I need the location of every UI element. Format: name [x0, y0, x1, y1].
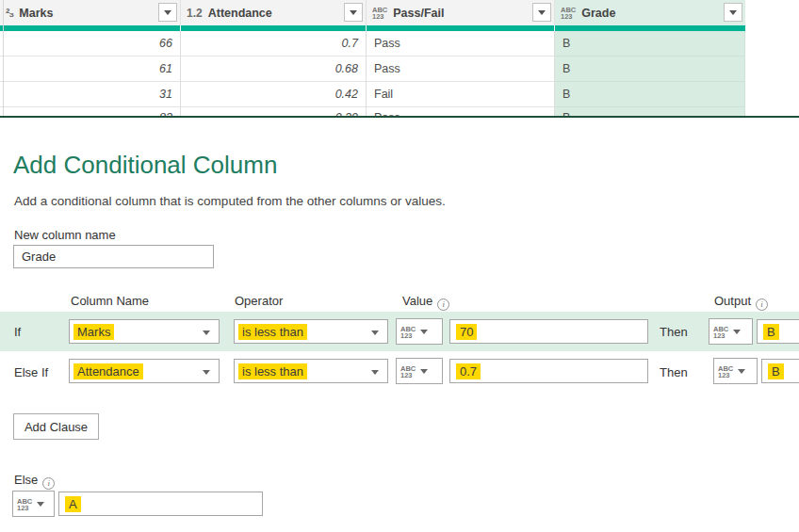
filter-dropdown-button[interactable] [344, 3, 363, 22]
cell-attendance[interactable]: 0.42 [181, 82, 367, 107]
cell-attendance[interactable]: 0.68 [181, 56, 367, 82]
column-header-label: Grade [581, 7, 615, 20]
new-column-name-label: New column name [14, 228, 116, 242]
grid-header-operator: Operator [235, 294, 283, 308]
cell-marks[interactable]: 83 [0, 107, 181, 116]
chevron-down-icon [538, 10, 546, 15]
any-type-icon: ABC123 [17, 498, 32, 511]
if-value-type-dropdown[interactable]: ABC123 [396, 318, 443, 345]
filter-dropdown-button[interactable] [724, 3, 742, 22]
if-output-input[interactable]: B [757, 319, 799, 344]
info-icon[interactable]: i [437, 298, 449, 311]
elseif-value-type-dropdown[interactable]: ABC123 [396, 358, 443, 384]
add-conditional-column-screen: ²₃ Marks 1.2 Attendance ABC123 Pass/Fail… [0, 0, 799, 532]
chevron-down-icon [729, 10, 737, 15]
if-operator-dropdown[interactable]: is less than [234, 319, 388, 344]
cell-grade[interactable]: B [555, 56, 745, 82]
filter-dropdown-button[interactable] [158, 3, 177, 22]
table-row[interactable]: 31 0.42 Fail B [0, 82, 745, 107]
query-preview-table: ²₃ Marks 1.2 Attendance ABC123 Pass/Fail… [0, 0, 745, 116]
info-icon[interactable]: i [42, 477, 55, 490]
if-then-label: Then [660, 325, 688, 339]
dialog-top-separator [0, 116, 799, 118]
chevron-down-icon [420, 330, 428, 334]
table-left-gridline [3, 0, 4, 116]
new-column-name-input[interactable] [13, 245, 214, 268]
chevron-down-icon [203, 330, 210, 335]
elseif-operator-dropdown[interactable]: is less than [234, 359, 388, 383]
grid-header-column-name: Column Name [71, 294, 149, 308]
column-header-grade[interactable]: ABC123 Grade [555, 0, 745, 25]
chevron-down-icon [738, 369, 745, 374]
cell-grade[interactable]: B [555, 107, 745, 116]
any-type-icon: ABC123 [718, 365, 733, 379]
table-row-clipped[interactable]: 83 0.39 Pass B [0, 107, 745, 116]
decimal-type-icon: 1.2 [187, 7, 203, 20]
else-type-dropdown[interactable]: ABC123 [12, 491, 55, 517]
cell-passfail[interactable]: Pass [367, 107, 555, 116]
elseif-output-type-dropdown[interactable]: ABC123 [713, 358, 758, 384]
chevron-down-icon [371, 370, 379, 375]
chevron-down-icon [350, 10, 357, 15]
grid-header-value: Valuei [402, 294, 449, 311]
cell-marks[interactable]: 61 [0, 56, 181, 82]
elseif-then-label: Then [660, 365, 688, 379]
cell-marks[interactable]: 66 [0, 31, 181, 56]
if-keyword: If [14, 325, 21, 339]
chevron-down-icon [203, 370, 210, 375]
cell-passfail[interactable]: Fail [367, 82, 555, 107]
whole-number-type-icon: ²₃ [6, 6, 13, 20]
any-type-icon: ABC123 [400, 326, 416, 339]
add-clause-button[interactable]: Add Clause [13, 413, 99, 440]
any-type-icon: ABC123 [713, 326, 728, 339]
chevron-down-icon [420, 369, 428, 374]
any-type-icon: ABC123 [561, 7, 576, 20]
if-output-type-dropdown[interactable]: ABC123 [709, 318, 753, 345]
info-icon[interactable]: i [756, 298, 768, 311]
if-column-name-dropdown[interactable]: Marks [69, 319, 220, 344]
column-header-label: Marks [19, 7, 53, 20]
elseif-keyword: Else If [14, 365, 48, 379]
table-row[interactable]: 66 0.7 Pass B [0, 31, 745, 56]
cell-grade[interactable]: B [555, 82, 745, 107]
table-row[interactable]: 61 0.68 Pass B [0, 56, 745, 82]
any-type-icon: ABC123 [400, 365, 416, 379]
cell-grade[interactable]: B [555, 31, 745, 56]
cell-marks[interactable]: 31 [0, 82, 181, 107]
elseif-output-input[interactable]: B [761, 359, 799, 383]
chevron-down-icon [164, 10, 171, 15]
chevron-down-icon [733, 330, 741, 334]
elseif-value-input[interactable]: 0.7 [449, 359, 648, 383]
grid-header-output: Outputi [714, 294, 768, 311]
preview-header-row: ²₃ Marks 1.2 Attendance ABC123 Pass/Fail… [0, 0, 745, 25]
cell-attendance[interactable]: 0.39 [181, 107, 367, 116]
elseif-column-name-dropdown[interactable]: Attendance [69, 359, 220, 383]
if-value-input[interactable]: 70 [449, 319, 648, 344]
column-header-label: Attendance [208, 7, 272, 20]
column-header-passfail[interactable]: ABC123 Pass/Fail [367, 0, 555, 25]
chevron-down-icon [371, 330, 379, 335]
cell-passfail[interactable]: Pass [367, 56, 555, 82]
filter-dropdown-button[interactable] [532, 3, 551, 22]
any-type-icon: ABC123 [372, 7, 387, 20]
else-label: Elsei [14, 473, 55, 490]
chevron-down-icon [37, 502, 44, 507]
column-header-label: Pass/Fail [393, 7, 444, 20]
else-value-input[interactable]: A [58, 492, 263, 516]
dialog-title: Add Conditional Column [13, 151, 277, 180]
cell-attendance[interactable]: 0.7 [181, 31, 367, 56]
cell-passfail[interactable]: Pass [367, 31, 555, 56]
column-header-attendance[interactable]: 1.2 Attendance [181, 0, 367, 25]
column-header-marks[interactable]: ²₃ Marks [0, 0, 181, 25]
dialog-subtitle: Add a conditional column that is compute… [14, 194, 446, 208]
